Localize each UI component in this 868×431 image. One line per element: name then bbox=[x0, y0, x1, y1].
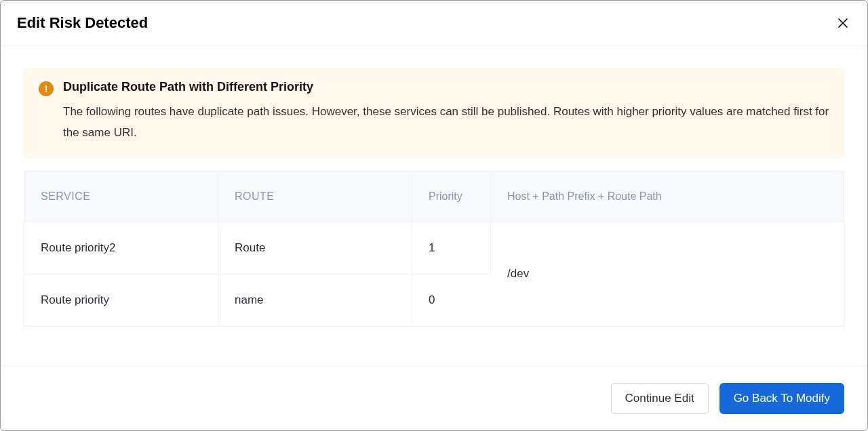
table-header-row: SERVICE ROUTE Priority Host + Path Prefi… bbox=[24, 171, 844, 222]
modal-title: Edit Risk Detected bbox=[17, 14, 148, 32]
warning-icon: ! bbox=[39, 81, 54, 96]
alert-content: Duplicate Route Path with Different Prio… bbox=[63, 80, 829, 144]
go-back-modify-button[interactable]: Go Back To Modify bbox=[719, 383, 844, 414]
close-button[interactable] bbox=[835, 15, 851, 31]
table-row: Route priority2 Route 1 /dev bbox=[24, 222, 844, 274]
routes-table: SERVICE ROUTE Priority Host + Path Prefi… bbox=[24, 171, 844, 327]
cell-service: Route priority2 bbox=[24, 222, 218, 274]
cell-priority: 1 bbox=[412, 222, 491, 274]
cell-priority: 0 bbox=[412, 274, 491, 326]
modal-header: Edit Risk Detected bbox=[1, 1, 867, 46]
close-icon bbox=[837, 17, 849, 29]
cell-hostpath: /dev bbox=[491, 222, 844, 326]
risk-modal: Edit Risk Detected ! Duplicate Route Pat… bbox=[0, 0, 868, 431]
warning-alert: ! Duplicate Route Path with Different Pr… bbox=[24, 68, 844, 159]
col-hostpath: Host + Path Prefix + Route Path bbox=[491, 171, 844, 222]
col-service: SERVICE bbox=[24, 171, 218, 222]
cell-route: Route bbox=[218, 222, 412, 274]
alert-description: The following routes have duplicate path… bbox=[63, 101, 829, 144]
alert-title: Duplicate Route Path with Different Prio… bbox=[63, 80, 829, 94]
col-priority: Priority bbox=[412, 171, 491, 222]
cell-service: Route priority bbox=[24, 274, 218, 326]
col-route: ROUTE bbox=[218, 171, 412, 222]
cell-route: name bbox=[218, 274, 412, 326]
modal-footer: Continue Edit Go Back To Modify bbox=[1, 366, 867, 430]
continue-edit-button[interactable]: Continue Edit bbox=[611, 383, 709, 414]
modal-body: ! Duplicate Route Path with Different Pr… bbox=[1, 46, 867, 366]
